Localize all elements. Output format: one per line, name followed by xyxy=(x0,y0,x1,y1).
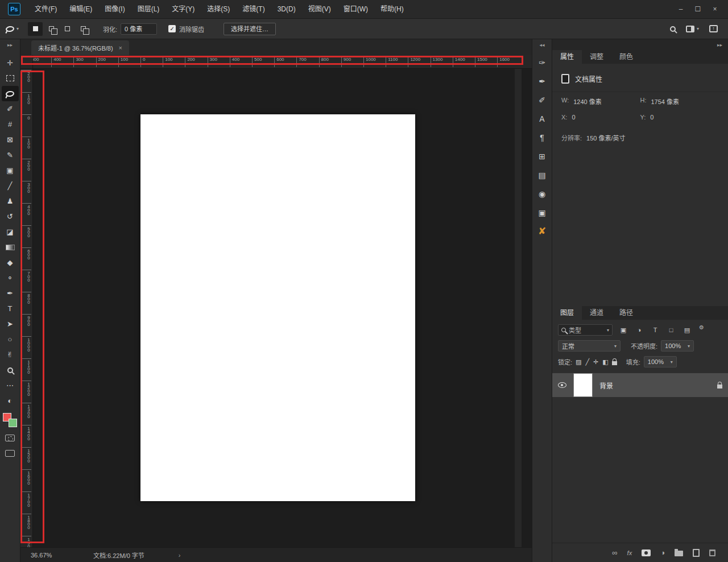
resolution-value[interactable]: 150 像素/英寸 xyxy=(586,133,625,142)
dock-collapse-button[interactable]: ◂◂ xyxy=(539,39,544,51)
menu-item[interactable]: 滤镜(T) xyxy=(236,0,271,19)
panel-tab[interactable]: 颜色 xyxy=(611,50,641,64)
brushes-panel-icon[interactable]: ✑ xyxy=(533,53,551,72)
edit-toolbar-button[interactable]: ⋯ xyxy=(2,378,19,393)
clone-source-panel-icon[interactable]: ✐ xyxy=(533,90,551,109)
lock-image-icon[interactable]: ╱ xyxy=(585,358,589,366)
opacity-select[interactable]: 100% ▾ xyxy=(661,340,694,352)
blur-tool[interactable]: ◆ xyxy=(2,255,19,270)
dodge-tool[interactable]: ⚬ xyxy=(2,270,19,286)
intersect-selection-button[interactable] xyxy=(76,22,90,36)
screen-mode-button[interactable] xyxy=(2,445,19,461)
lock-all-icon[interactable] xyxy=(612,361,617,365)
panel-tab[interactable]: 图层 xyxy=(552,306,582,320)
history-brush-tool[interactable]: ↺ xyxy=(2,209,19,224)
workspace-switcher[interactable]: ▾ xyxy=(686,26,699,32)
clone-stamp-tool[interactable]: ♟ xyxy=(2,193,19,209)
move-tool[interactable]: ✛ xyxy=(2,55,19,71)
feather-input[interactable]: 0 像素 xyxy=(121,23,157,35)
menu-item[interactable]: 3D(D) xyxy=(271,0,302,19)
lock-transparent-icon[interactable]: ▨ xyxy=(576,358,581,366)
toolbar-collapse-button[interactable]: ▸▸ xyxy=(7,39,13,51)
brush-settings-panel-icon[interactable]: ✒ xyxy=(533,72,551,90)
x-value[interactable]: 0 xyxy=(572,114,575,121)
slice-tool[interactable]: ⊠ xyxy=(2,132,19,147)
width-value[interactable]: 1240 像素 xyxy=(573,97,602,106)
maximize-button[interactable]: ☐ xyxy=(689,0,706,19)
canvas-area[interactable]: 5004003002001000100200300400500600700800… xyxy=(20,55,532,547)
document-tab[interactable]: 未标题-1 @ 36.7%(RGB/8) × xyxy=(31,40,129,55)
filter-type-layers-icon[interactable]: T xyxy=(649,325,661,335)
quick-mask-button[interactable] xyxy=(2,430,19,445)
add-to-selection-button[interactable] xyxy=(44,22,59,36)
eyedropper-tool[interactable]: ✎ xyxy=(2,147,19,163)
panel-tab[interactable]: 路径 xyxy=(611,306,641,320)
new-adjustment-layer-icon[interactable]: ◑ xyxy=(660,548,665,557)
delete-layer-icon[interactable] xyxy=(709,549,715,556)
menu-item[interactable]: 窗口(W) xyxy=(337,0,374,19)
new-selection-button[interactable] xyxy=(28,22,43,36)
menu-item[interactable]: 文字(Y) xyxy=(166,0,201,19)
close-button[interactable]: × xyxy=(706,0,723,19)
background-color-swatch[interactable] xyxy=(9,419,17,427)
quick-selection-tool[interactable]: ✐ xyxy=(2,101,19,117)
y-value[interactable]: 0 xyxy=(650,114,653,121)
subtract-from-selection-button[interactable] xyxy=(60,22,75,36)
new-group-icon[interactable] xyxy=(675,549,683,556)
layer-thumbnail[interactable] xyxy=(573,373,593,397)
lock-artboard-icon[interactable]: ◧ xyxy=(602,358,608,366)
antialias-checkbox[interactable]: ✓ xyxy=(168,25,176,32)
close-icon[interactable]: × xyxy=(119,44,122,51)
menu-item[interactable]: 文件(F) xyxy=(28,0,63,19)
filter-pixel-layers-icon[interactable]: ▣ xyxy=(617,325,630,335)
fill-select[interactable]: 100% ▾ xyxy=(644,356,677,367)
crop-tool[interactable]: # xyxy=(2,117,19,132)
menu-item[interactable]: 帮助(H) xyxy=(374,0,410,19)
hand-tool[interactable]: ✌ xyxy=(2,347,19,362)
filter-smart-objects-icon[interactable]: ▤ xyxy=(681,325,693,335)
menu-item[interactable]: 编辑(E) xyxy=(63,0,98,19)
new-layer-icon[interactable] xyxy=(693,549,700,557)
notes-panel-icon[interactable]: ◉ xyxy=(533,184,551,203)
add-layer-mask-icon[interactable] xyxy=(642,549,651,556)
history-panel-icon[interactable]: ▣ xyxy=(533,203,551,222)
panel-collapse-button[interactable]: ▸▸ xyxy=(717,39,722,51)
layer-filter-type-select[interactable]: 类型 ▾ xyxy=(558,324,613,336)
search-icon[interactable] xyxy=(670,26,676,32)
plugins-panel-icon[interactable]: ✘ xyxy=(533,222,551,241)
canvas-page[interactable] xyxy=(140,114,415,501)
minimize-button[interactable]: – xyxy=(672,0,689,19)
healing-brush-tool[interactable]: ▣ xyxy=(2,163,19,178)
select-and-mask-button[interactable]: 选择并遮住… xyxy=(224,23,276,35)
type-tool[interactable]: T xyxy=(2,301,19,316)
character-panel-icon[interactable]: A xyxy=(533,109,551,128)
panel-tab[interactable]: 属性 xyxy=(552,50,582,64)
marquee-tool[interactable] xyxy=(2,71,19,86)
height-value[interactable]: 1754 像素 xyxy=(651,97,680,106)
menu-item[interactable]: 图像(I) xyxy=(98,0,131,19)
paragraph-panel-icon[interactable]: ¶ xyxy=(533,128,551,147)
status-chevron-icon[interactable]: › xyxy=(179,552,181,559)
panel-tab[interactable]: 通道 xyxy=(582,306,611,320)
layer-style-fx-icon[interactable]: fx xyxy=(627,549,632,556)
path-selection-tool[interactable]: ➤ xyxy=(2,316,19,332)
ellipse-tool[interactable]: ○ xyxy=(2,332,19,347)
layer-lock-icon[interactable] xyxy=(717,385,722,389)
menu-item[interactable]: 图层(L) xyxy=(131,0,166,19)
lasso-tool[interactable] xyxy=(2,86,19,101)
layer-row-background[interactable]: 背景 xyxy=(552,373,728,397)
link-layers-icon[interactable]: ∞ xyxy=(612,548,617,557)
panel-tab[interactable]: 调整 xyxy=(582,50,611,64)
menu-item[interactable]: 视图(V) xyxy=(302,0,337,19)
zoom-level-field[interactable]: 36.67% xyxy=(31,552,76,559)
layer-visibility-eye-icon[interactable] xyxy=(558,382,566,388)
filter-shape-layers-icon[interactable]: □ xyxy=(665,325,677,335)
zoom-tool[interactable] xyxy=(2,362,19,378)
share-image-button[interactable]: ↑ xyxy=(709,25,718,32)
vertical-scrollbar[interactable] xyxy=(515,69,522,547)
filter-adjustment-layers-icon[interactable]: ◑ xyxy=(633,325,646,335)
adjustments-panel-icon[interactable]: ▤ xyxy=(533,166,551,184)
tool-preset-picker[interactable]: ▾ xyxy=(6,26,19,32)
menu-item[interactable]: 选择(S) xyxy=(201,0,236,19)
gear-icon[interactable]: ⚙ xyxy=(699,324,704,330)
